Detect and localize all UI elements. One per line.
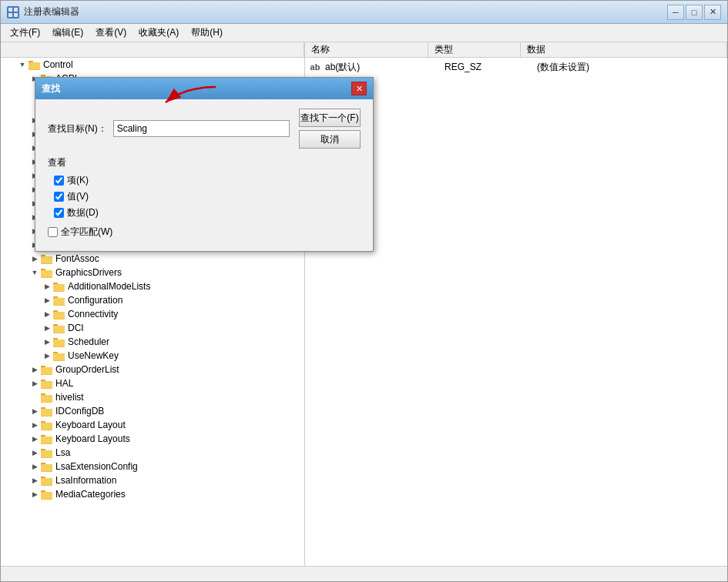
data-row[interactable]: ab ab(默认) REG_SZ (数值未设置) [305,59,727,75]
tree-item-graphicsdrivers[interactable]: ▼ GraphicsDrivers [1,266,304,279]
tree-item-keyboard-layouts[interactable]: ▶ Keyboard Layouts [1,432,304,446]
folder-icon-lsaextensionconfig [41,461,53,472]
tree-label-scheduler: Scheduler [68,336,109,347]
tree-toggle-configuration[interactable]: ▶ [41,294,53,306]
tree-label-control: Control [43,59,73,70]
tree-col-header [1,42,304,57]
tree-label-connectivity: Connectivity [68,309,118,319]
checkbox-whole-word[interactable] [48,227,58,237]
tree-item-control[interactable]: ▼ Control [1,58,304,72]
dialog-checkboxes: 项(K) 值(V) 数据(D) [54,174,361,219]
tree-item-hal[interactable]: ▶ HAL [1,376,304,390]
checkbox-row-value: 值(V) [54,190,361,203]
tree-item-usenewkey[interactable]: ▶ UseNewKey [1,349,304,363]
svg-rect-84 [41,423,52,430]
find-next-button[interactable]: 查找下一个(F) [299,109,361,127]
tree-item-scheduler[interactable]: ▶ Scheduler [1,335,304,349]
folder-icon-hal [41,378,53,389]
tree-toggle-grouporderlist[interactable]: ▶ [29,363,41,376]
folder-icon-dci [53,323,65,333]
tree-item-lsaextensionconfig[interactable]: ▶ LsaExtensionConfig [1,460,304,473]
search-input[interactable] [113,120,290,137]
svg-rect-1 [14,8,18,12]
folder-icon-grouporderlist [41,364,53,375]
tree-toggle-mediacategories[interactable]: ▶ [29,488,41,500]
svg-rect-78 [41,395,52,402]
tree-toggle-graphicsdrivers[interactable]: ▼ [29,266,41,279]
data-type-cell: REG_SZ [445,62,537,72]
tree-item-configuration[interactable]: ▶ Configuration [1,293,304,307]
tree-label-keyboard-layouts: Keyboard Layouts [55,433,130,444]
tree-item-hivelist[interactable]: hivelist [1,390,304,404]
tree-toggle-lsa[interactable]: ▶ [29,447,41,459]
maximize-button[interactable]: □ [686,5,703,20]
tree-toggle-hal[interactable]: ▶ [29,377,41,390]
svg-rect-6 [29,62,40,69]
close-button[interactable]: ✕ [704,5,721,20]
tree-item-idconfigdb[interactable]: ▶ IDConfigDB [1,404,304,418]
tree-toggle-lsainformation[interactable]: ▶ [29,474,41,487]
svg-rect-81 [41,409,52,416]
tree-label-lsaextensionconfig: LsaExtensionConfig [55,461,138,472]
folder-icon-mediacategories [41,489,53,500]
dialog-buttons: 查找下一个(F) 取消 [299,109,361,149]
minimize-button[interactable]: ─ [667,5,684,20]
folder-icon-scheduler [53,336,65,347]
tree-item-keyboard-layout[interactable]: ▶ Keyboard Layout [1,418,304,432]
checkbox-value[interactable] [54,192,64,202]
tree-toggle-additionalmodelists[interactable]: ▶ [41,280,53,293]
tree-toggle-lsaextensionconfig[interactable]: ▶ [29,460,41,473]
menu-file[interactable]: 文件(F) [4,25,46,41]
dialog-search-row: 查找目标(N)： 查找下一个(F) 取消 [48,109,361,149]
svg-rect-63 [53,326,65,333]
svg-rect-54 [53,284,65,291]
dialog-title-text: 查找 [42,82,60,95]
tree-toggle-idconfigdb[interactable]: ▶ [29,405,41,417]
tree-label-idconfigdb: IDConfigDB [55,406,104,416]
search-label: 查找目标(N)： [48,122,107,135]
tree-toggle-connectivity[interactable]: ▶ [41,308,53,320]
tree-label-mediacategories: MediaCategories [55,489,126,500]
right-data: ab ab(默认) REG_SZ (数值未设置) [305,58,727,76]
tree-toggle-control[interactable]: ▼ [16,59,29,71]
menu-help[interactable]: 帮助(H) [185,25,229,41]
tree-item-grouporderlist[interactable]: ▶ GroupOrderList [1,363,304,376]
tree-label-fontassoc: FontAssoc [55,253,99,264]
tree-col-headers [1,42,304,58]
dialog-close-button[interactable]: ✕ [351,82,367,95]
menu-favorites[interactable]: 收藏夹(A) [133,25,185,41]
folder-icon [29,59,41,70]
svg-rect-93 [41,464,52,471]
tree-label-grouporderlist: GroupOrderList [55,364,119,375]
menu-view[interactable]: 查看(V) [89,25,133,41]
svg-rect-72 [41,367,52,374]
data-name-cell: ab(默认) [325,61,445,74]
tree-item-fontassoc[interactable]: ▶ FontAssoc [1,252,304,266]
tree-toggle-keyboard-layouts[interactable]: ▶ [29,433,41,445]
tree-item-connectivity[interactable]: ▶ Connectivity [1,307,304,321]
data-type-icon: ab [308,61,322,73]
cancel-button[interactable]: 取消 [299,130,361,149]
tree-item-dci[interactable]: ▶ DCI [1,321,304,335]
tree-item-mediacategories[interactable]: ▶ MediaCategories [1,487,304,501]
folder-icon-lsa [41,447,53,458]
tree-item-lsa[interactable]: ▶ Lsa [1,446,304,460]
app-icon [7,6,19,18]
find-dialog[interactable]: 查找 ✕ 查找目标(N)： 查找下一个(F) 取消 查看 项(K) [35,77,374,252]
menu-edit[interactable]: 编辑(E) [46,25,89,41]
checkbox-data[interactable] [54,208,64,218]
tree-toggle-keyboard-layout[interactable]: ▶ [29,419,41,431]
tree-item-lsainformation[interactable]: ▶ LsaInformation [1,473,304,487]
tree-toggle-fontassoc[interactable]: ▶ [29,253,41,265]
folder-icon-idconfigdb [41,406,53,416]
tree-label-usenewkey: UseNewKey [68,350,119,361]
svg-rect-51 [41,270,52,277]
checkbox-key[interactable] [54,176,64,186]
whole-word-row: 全字匹配(W) [48,226,361,239]
tree-label-graphicsdrivers: GraphicsDrivers [55,267,122,278]
tree-toggle-scheduler[interactable]: ▶ [41,336,53,348]
tree-toggle-dci[interactable]: ▶ [41,322,53,334]
tree-toggle-usenewkey[interactable]: ▶ [41,350,53,362]
svg-rect-75 [41,381,52,388]
tree-item-additionalmodelists[interactable]: ▶ AdditionalModeLists [1,279,304,293]
